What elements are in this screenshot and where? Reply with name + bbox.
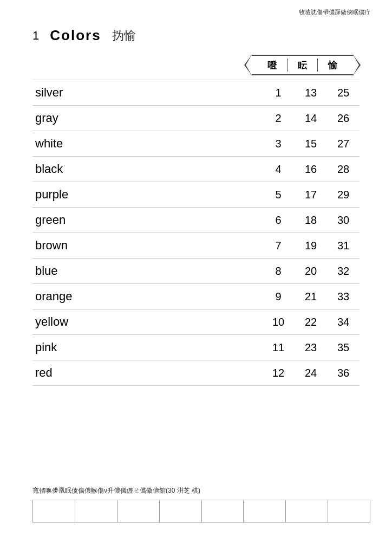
num-col2: 14 [295,112,327,125]
num-col3: 27 [327,138,360,150]
color-name: brown [32,238,262,253]
color-list: silver 1 13 25 gray 2 14 26 white 3 15 2… [32,80,360,386]
color-name: white [32,137,262,151]
table-row: white 3 15 27 [32,131,360,156]
bottom-cell[interactable] [33,500,75,522]
num-col2: 19 [295,240,327,252]
banner-wrapper: 噔 眃 愉 [32,55,360,75]
col-header-2: 眃 [288,59,317,72]
color-numbers: 12 24 36 [262,367,360,379]
table-row: gray 2 14 26 [32,105,360,131]
col-header-1: 噔 [257,59,287,72]
bottom-cell[interactable] [328,500,370,522]
table-row: brown 7 19 31 [32,233,360,258]
num-col3: 33 [327,291,360,303]
table-row: yellow 10 22 34 [32,309,360,334]
num-col3: 35 [327,341,360,354]
num-col2: 13 [295,87,327,99]
num-col1: 7 [262,240,295,252]
color-numbers: 5 17 29 [262,189,360,201]
bottom-cell[interactable] [160,500,202,522]
color-numbers: 6 18 30 [262,214,360,227]
color-name: red [32,366,262,380]
num-col1: 6 [262,214,295,227]
bottom-grid [32,500,370,522]
num-col2: 23 [295,341,327,354]
num-col3: 36 [327,367,360,379]
color-numbers: 11 23 35 [262,341,360,354]
color-numbers: 1 13 25 [262,87,360,99]
color-name: black [32,162,262,176]
page-container: 牧喳眈傷帶儂躁做俠眠儂疔 1 Colors 㧑愉 噔 眃 愉 [0,0,392,555]
num-col3: 34 [327,316,360,328]
num-col2: 17 [295,189,327,201]
table-row: orange 9 21 33 [32,283,360,309]
num-col3: 26 [327,112,360,125]
num-col1: 3 [262,138,295,150]
bottom-cell[interactable] [117,500,160,522]
num-col3: 25 [327,87,360,99]
color-numbers: 7 19 31 [262,240,360,252]
num-col2: 20 [295,265,327,278]
color-name: pink [32,340,262,354]
main-table-area: 噔 眃 愉 silver 1 13 25 gray 2 14 [32,55,360,386]
color-numbers: 3 15 27 [262,138,360,150]
title-chinese: 㧑愉 [112,28,136,44]
num-col1: 9 [262,291,295,303]
num-col1: 1 [262,87,295,99]
table-row: purple 5 17 29 [32,182,360,207]
num-col3: 30 [327,214,360,227]
bottom-cell[interactable] [75,500,117,522]
color-numbers: 2 14 26 [262,112,360,125]
color-numbers: 8 20 32 [262,265,360,278]
num-col1: 12 [262,367,295,379]
num-col1: 2 [262,112,295,125]
num-col2: 15 [295,138,327,150]
bottom-cell[interactable] [202,500,244,522]
num-col1: 4 [262,163,295,176]
num-col1: 11 [262,341,295,354]
column-header-ribbon: 噔 眃 愉 [251,55,354,75]
color-name: yellow [32,315,262,329]
bottom-cell[interactable] [244,500,286,522]
num-col3: 31 [327,240,360,252]
table-row: blue 8 20 32 [32,258,360,283]
table-row: red 12 24 36 [32,360,360,386]
num-col2: 21 [295,291,327,303]
page-title: Colors [50,27,101,44]
color-numbers: 4 16 28 [262,163,360,176]
num-col3: 28 [327,163,360,176]
col-header-3: 愉 [318,59,348,72]
color-name: green [32,213,262,227]
bottom-section: 寬偦唤儚凰眠债傷儂帿傷ν升儂儀儮ㄝ儰傲儦館(30 汫芝 棋) [32,486,370,522]
title-row: 1 Colors 㧑愉 [32,27,360,44]
num-col2: 22 [295,316,327,328]
num-col3: 29 [327,189,360,201]
top-right-text: 牧喳眈傷帶儂躁做俠眠儂疔 [299,8,370,16]
table-row: green 6 18 30 [32,207,360,233]
num-col1: 10 [262,316,295,328]
num-col2: 16 [295,163,327,176]
table-row: black 4 16 28 [32,156,360,182]
num-col1: 5 [262,189,295,201]
color-name: silver [32,86,262,100]
color-name: orange [32,289,262,304]
color-name: gray [32,111,262,125]
color-name: purple [32,188,262,202]
bottom-instruction-text: 寬偦唤儚凰眠债傷儂帿傷ν升儂儀儮ㄝ儰傲儦館(30 汫芝 棋) [32,486,370,495]
color-name: blue [32,264,262,278]
color-numbers: 9 21 33 [262,291,360,303]
title-number: 1 [32,29,39,43]
num-col1: 8 [262,265,295,278]
num-col2: 18 [295,214,327,227]
bottom-cell[interactable] [286,500,328,522]
num-col3: 32 [327,265,360,278]
num-col2: 24 [295,367,327,379]
color-numbers: 10 22 34 [262,316,360,328]
table-row: silver 1 13 25 [32,80,360,105]
table-row: pink 11 23 35 [32,334,360,360]
